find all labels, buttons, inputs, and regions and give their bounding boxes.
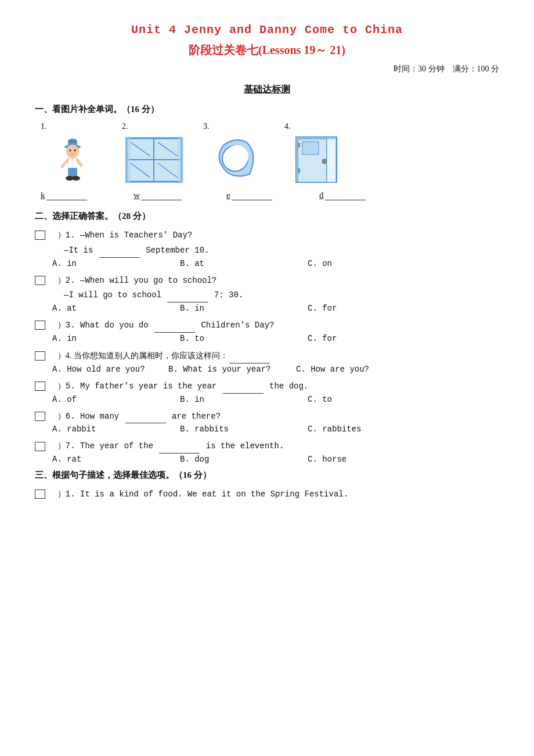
img-box-3 <box>203 134 267 186</box>
blank-line-4 <box>325 200 366 200</box>
img-box-2 <box>122 134 186 186</box>
img-item-1: 1. <box>41 122 104 186</box>
question-2-7: ）7. The year of the is the eleventh. A. … <box>35 440 499 464</box>
blank-line-3 <box>232 200 272 200</box>
answer-box-2-6[interactable] <box>35 412 45 421</box>
moon-icon <box>209 136 261 183</box>
q2-4-options: A. How old are you? B. What is your year… <box>52 365 499 374</box>
question-2-1: ）1. —When is Teachers' Day? —It is Septe… <box>35 229 499 268</box>
svg-point-13 <box>72 176 80 181</box>
answer-box-2-2[interactable] <box>35 276 45 285</box>
svg-rect-31 <box>298 168 300 173</box>
q2-6-opt-b: B. rabbits <box>180 424 308 434</box>
q2-6-paren-line: ）6. How many are there? <box>35 410 499 424</box>
img-box-1 <box>41 134 104 186</box>
q2-2-opt-a: A. at <box>52 304 180 313</box>
q3-1-paren-line: ）1. It is a kind of food. We eat it on t… <box>35 488 499 502</box>
answer-box-2-7[interactable] <box>35 442 45 451</box>
part1-title: 一、看图片补全单词。（16 分） <box>35 104 499 115</box>
boy-icon <box>49 134 96 185</box>
img-item-3: 3. <box>203 122 267 186</box>
q2-3-options: A. in B. to C. for <box>52 334 499 343</box>
q2-2-num: ）2. —When will you go to school? <box>57 276 217 285</box>
time-label: 时间：30 分钟 <box>394 64 445 73</box>
meta-row: 时间：30 分钟 满分：100 分 <box>35 64 499 74</box>
q2-3-paren-line: ）3. What do you do Children's Day? <box>35 319 499 333</box>
question-2-4: ）4. 当你想知道别人的属相时，你应该这样问： A. How old are y… <box>35 349 499 374</box>
blank-start-1: k <box>41 190 45 200</box>
q2-7-options: A. rat B. dog C. horse <box>52 455 499 464</box>
question-2-3: ）3. What do you do Children's Day? A. in… <box>35 319 499 343</box>
svg-rect-30 <box>298 143 300 147</box>
q2-4-paren-line: ）4. 当你想知道别人的属相时，你应该这样问： <box>35 349 499 363</box>
q2-1-opt-c: C. on <box>308 259 435 268</box>
q2-5-num: ）5. My father's year is the year the dog… <box>57 381 308 391</box>
blank-item-1: k <box>41 190 116 200</box>
title-english: Unit 4 Jenny and Danny Come to China <box>35 23 499 37</box>
q2-7-opt-a: A. rat <box>52 455 180 464</box>
section-header: 基础达标测 <box>35 84 499 96</box>
img-item-2: 2. <box>122 122 186 186</box>
q2-2-paren-line: ）2. —When will you go to school? <box>35 274 499 288</box>
blank-line-2 <box>141 200 182 200</box>
answer-box-2-5[interactable] <box>35 381 45 391</box>
svg-point-25 <box>225 145 248 168</box>
q2-3-opt-c: C. for <box>308 334 435 343</box>
q2-1-opt-b: B. at <box>180 259 308 268</box>
question-2-2: ）2. —When will you go to school? —I will… <box>35 274 499 314</box>
img-num-2: 2. <box>122 122 128 131</box>
q2-1-opt-a: A. in <box>52 259 180 268</box>
q2-5-paren-line: ）5. My father's year is the year the dog… <box>35 380 499 394</box>
svg-point-2 <box>68 139 77 143</box>
answer-box-3-1[interactable] <box>35 489 45 499</box>
window-icon <box>124 135 185 185</box>
q2-1-sub: —It is September 10. <box>64 244 499 258</box>
q2-2-options: A. at B. in C. for <box>52 304 499 313</box>
q2-6-opt-c: C. rabbites <box>308 424 435 434</box>
q2-6-opt-a: A. rabbit <box>52 424 180 434</box>
images-row: 1. <box>35 122 499 186</box>
svg-line-8 <box>62 160 68 167</box>
svg-rect-14 <box>71 156 74 159</box>
svg-rect-22 <box>125 136 131 183</box>
q2-1-paren-line: ）1. —When is Teachers' Day? <box>35 229 499 243</box>
svg-line-9 <box>77 160 81 165</box>
img-num-3: 3. <box>203 122 210 131</box>
q2-4-opt-c: C. How are you? <box>296 365 424 374</box>
svg-rect-32 <box>327 139 336 182</box>
question-2-5: ）5. My father's year is the year the dog… <box>35 380 499 404</box>
blank-line-1 <box>46 200 87 200</box>
img-num-1: 1. <box>41 122 47 131</box>
blank-start-3: e <box>226 190 230 200</box>
title-chinese: 阶段过关卷七(Lessons 19～ 21) <box>35 42 499 58</box>
score-label: 满分：100 分 <box>453 64 500 73</box>
q2-1-options: A. in B. at C. on <box>52 259 499 268</box>
blank-start-2: w <box>134 190 140 200</box>
blank-item-2: w <box>134 190 209 200</box>
q2-7-opt-c: C. horse <box>308 455 435 464</box>
svg-rect-23 <box>178 136 183 183</box>
q2-4-num: ）4. 当你想知道别人的属相时，你应该这样问： <box>57 351 271 360</box>
q2-7-paren-line: ）7. The year of the is the eleventh. <box>35 440 499 453</box>
question-3-1: ）1. It is a kind of food. We eat it on t… <box>35 488 499 502</box>
blank-item-3: e <box>226 190 302 200</box>
q2-6-options: A. rabbit B. rabbits C. rabbites <box>52 424 499 434</box>
q2-4-opt-b: B. What is your year? <box>168 365 296 374</box>
door-icon <box>293 136 340 183</box>
answer-box-2-4[interactable] <box>35 351 45 361</box>
part3-title: 三、根据句子描述，选择最佳选项。（16 分） <box>35 470 499 481</box>
svg-point-4 <box>70 149 71 152</box>
q2-5-opt-a: A. of <box>52 395 180 404</box>
svg-point-29 <box>322 159 327 164</box>
q2-5-opt-b: B. in <box>180 395 308 404</box>
q2-5-options: A. of B. in C. to <box>52 395 499 404</box>
img-item-4: 4. <box>284 122 348 186</box>
q2-1-num: ）1. —When is Teachers' Day? <box>57 231 192 240</box>
answer-box-2-1[interactable] <box>35 231 45 240</box>
q2-4-opt-a: A. How old are you? <box>52 365 168 374</box>
question-2-6: ）6. How many are there? A. rabbit B. rab… <box>35 410 499 434</box>
answer-box-2-3[interactable] <box>35 321 45 330</box>
q2-2-opt-b: B. in <box>180 304 308 313</box>
blank-item-4: d <box>319 190 395 200</box>
q3-1-text: ）1. It is a kind of food. We eat it on t… <box>57 489 348 499</box>
